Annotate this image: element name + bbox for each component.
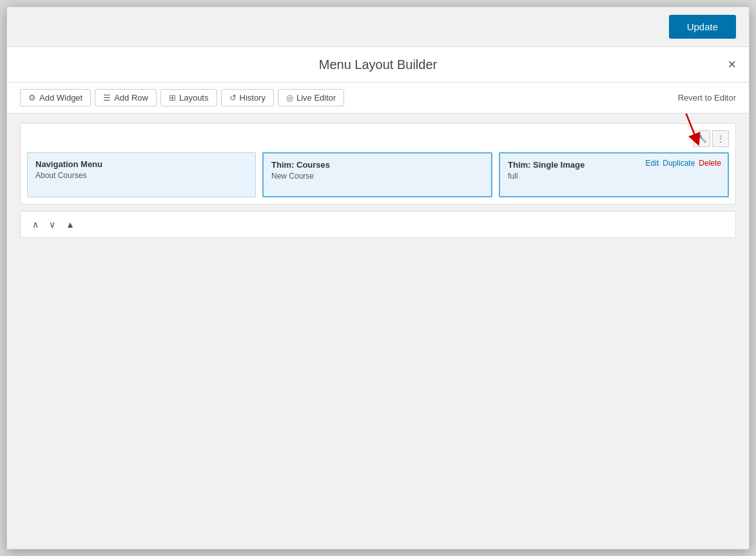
ellipsis-icon: ⋮ (717, 134, 724, 143)
move-down-button[interactable]: ∨ (46, 218, 58, 231)
list-icon: ☰ (103, 93, 111, 103)
add-widget-button[interactable]: ⚙ Add Widget (20, 89, 91, 106)
row-more-button[interactable]: ⋮ (712, 130, 729, 147)
delete-link[interactable]: Delete (699, 159, 721, 168)
widget-subtitle: About Courses (35, 171, 247, 180)
live-editor-button[interactable]: ◎ Live Editor (278, 89, 344, 106)
move-top-button[interactable]: ▲ (63, 218, 77, 231)
modal-body: 🔧 ⋮ Navigation Menu About Courses Thim: … (7, 114, 749, 549)
row-1: 🔧 ⋮ Navigation Menu About Courses Thim: … (20, 123, 736, 204)
revert-to-editor-link[interactable]: Revert to Editor (678, 93, 736, 103)
modal-title: Menu Layout Builder (319, 57, 437, 72)
row-nav-controls: ∧ ∨ ▲ (20, 211, 736, 238)
widget-title: Navigation Menu (35, 159, 247, 169)
toolbar-left: ⚙ Add Widget ☰ Add Row ⊞ Layouts ↺ Histo… (20, 89, 344, 106)
history-button[interactable]: ↺ History (221, 89, 274, 106)
widget-subtitle: full (508, 172, 720, 181)
layouts-button[interactable]: ⊞ Layouts (160, 89, 217, 106)
update-button[interactable]: Update (669, 15, 736, 39)
columns-wrapper: Navigation Menu About Courses Thim: Cour… (27, 152, 729, 197)
modal-container: Update Menu Layout Builder × ⚙ Add Widge… (6, 6, 750, 550)
widget-title: Thim: Courses (271, 160, 483, 170)
gear-icon: ⚙ (28, 93, 36, 103)
grid-icon: ⊞ (169, 93, 176, 103)
row-settings-button[interactable]: 🔧 (693, 130, 710, 147)
history-icon: ↺ (229, 93, 237, 103)
move-up-button[interactable]: ∧ (30, 218, 41, 231)
widget-thim-courses: Thim: Courses New Course (262, 152, 492, 197)
widget-actions: Edit Duplicate Delete (646, 159, 721, 168)
widget-navigation-menu: Navigation Menu About Courses (27, 152, 256, 197)
modal-header: Menu Layout Builder × (7, 47, 749, 83)
widget-subtitle: New Course (271, 172, 483, 181)
live-editor-icon: ◎ (286, 93, 293, 103)
duplicate-link[interactable]: Duplicate (663, 159, 695, 168)
wrench-icon: 🔧 (697, 134, 707, 143)
widget-thim-single-image: Thim: Single Image full Edit Duplicate D… (499, 152, 729, 197)
add-row-button[interactable]: ☰ Add Row (95, 89, 157, 106)
edit-link[interactable]: Edit (646, 159, 659, 168)
close-button[interactable]: × (728, 57, 736, 72)
modal-toolbar: ⚙ Add Widget ☰ Add Row ⊞ Layouts ↺ Histo… (7, 83, 749, 114)
row-tools: 🔧 ⋮ (27, 130, 729, 147)
